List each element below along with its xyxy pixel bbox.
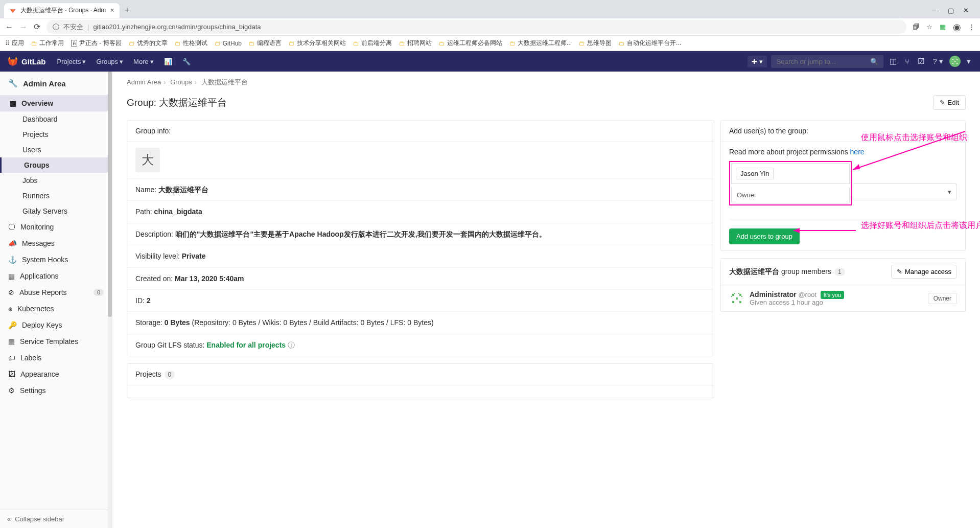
- apps-icon: ▦: [8, 272, 15, 280]
- user-avatar[interactable]: [949, 56, 961, 67]
- bookmark-item[interactable]: 🗀思维导图: [579, 39, 612, 48]
- bookmark-item[interactable]: 🗀招聘网站: [399, 39, 432, 48]
- bookmark-item[interactable]: 🗀运维工程师必备网站: [439, 39, 502, 48]
- sidebar-item-templates[interactable]: ▤Service Templates: [0, 333, 112, 350]
- sidebar-item-abuse[interactable]: ⊘Abuse Reports0: [0, 284, 112, 301]
- crumb-admin[interactable]: Admin Area: [127, 78, 161, 86]
- issues-icon[interactable]: ◫: [888, 57, 899, 66]
- minimize-icon[interactable]: —: [932, 7, 939, 14]
- profile-icon[interactable]: ◉: [953, 21, 961, 33]
- member-name[interactable]: Administrator: [750, 290, 797, 299]
- menu-icon[interactable]: ⋮: [968, 23, 975, 31]
- nav-more[interactable]: More ▾: [129, 56, 158, 67]
- bookmark-item[interactable]: 🗀性格测试: [175, 39, 207, 48]
- reload-button[interactable]: ⟳: [34, 22, 40, 32]
- bookmark-item[interactable]: 🄰 尹正杰 - 博客园: [71, 39, 122, 48]
- abuse-count-badge: 0: [94, 289, 104, 296]
- close-icon[interactable]: ×: [110, 6, 114, 14]
- browser-tab-strip: 大数据运维平台 · Groups · Adm × + — ▢ ✕: [0, 0, 980, 18]
- sidebar-item-monitoring[interactable]: 🖵Monitoring: [0, 219, 112, 235]
- edit-button[interactable]: ✎Edit: [933, 95, 966, 110]
- admin-wrench-icon[interactable]: 🔧: [178, 56, 195, 67]
- back-button[interactable]: ←: [5, 22, 13, 32]
- panel-header: Projects0: [127, 364, 714, 385]
- sidebar-scrollbar[interactable]: [108, 72, 112, 528]
- projects-count: 0: [165, 371, 175, 379]
- sidebar-overview[interactable]: ▦ Overview: [0, 95, 112, 111]
- pencil-icon: ✎: [897, 268, 902, 276]
- sidebar-item-groups[interactable]: Groups: [0, 157, 112, 173]
- sidebar-item-settings[interactable]: ⚙Settings: [0, 382, 112, 399]
- search-input[interactable]: [776, 58, 868, 65]
- add-users-panel: Add user(s) to the group: 使用鼠标点击选择账号和组织 …: [720, 120, 966, 251]
- crumb-groups[interactable]: Groups: [170, 78, 192, 86]
- bookmark-item[interactable]: 🗀工作常用: [31, 39, 64, 48]
- collapse-sidebar-button[interactable]: « Collapse sidebar: [0, 510, 112, 528]
- gitlab-logo[interactable]: GitLab: [7, 56, 46, 67]
- member-row: Administrator @root It's you Given acces…: [721, 285, 965, 311]
- new-tab-button[interactable]: +: [122, 5, 133, 16]
- bookmark-item[interactable]: 🗀前后端分离: [353, 39, 392, 48]
- extension-icon[interactable]: ▦: [940, 23, 946, 31]
- bookmark-item[interactable]: 🗀技术分享相关网站: [289, 39, 346, 48]
- sidebar-item-users[interactable]: Users: [0, 142, 112, 157]
- sidebar-item-applications[interactable]: ▦Applications: [0, 268, 112, 284]
- member-username: @root: [798, 291, 816, 299]
- sidebar-item-hooks[interactable]: ⚓System Hooks: [0, 251, 112, 268]
- insecure-icon: ⓘ: [53, 22, 59, 32]
- permissions-text: Read more about project permissions here: [729, 148, 957, 156]
- user-token[interactable]: Jason Yin: [736, 168, 774, 179]
- bookmark-item[interactable]: 🗀优秀的文章: [129, 39, 168, 48]
- sidebar-item-runners[interactable]: Runners: [0, 188, 112, 203]
- translate-icon[interactable]: 🗐: [913, 23, 919, 31]
- sidebar-item-appearance[interactable]: 🖼Appearance: [0, 366, 112, 382]
- bookmark-item[interactable]: 🗀大数据运维工程师...: [509, 39, 572, 48]
- sidebar-item-gitaly[interactable]: Gitaly Servers: [0, 203, 112, 219]
- role-select-full[interactable]: ▾: [853, 183, 957, 200]
- star-icon[interactable]: ☆: [926, 23, 932, 31]
- add-users-button[interactable]: Add users to group: [729, 228, 800, 244]
- breadcrumb: Admin Area› Groups› 大数据运维平台: [112, 72, 980, 93]
- search-box[interactable]: 🔍: [771, 55, 883, 68]
- sidebar-item-labels[interactable]: 🏷Labels: [0, 350, 112, 366]
- forward-button[interactable]: →: [19, 22, 28, 32]
- chevron-down-icon[interactable]: ▾: [965, 57, 973, 66]
- collapse-icon: «: [7, 515, 11, 523]
- create-new-button[interactable]: ✚ ▾: [748, 56, 767, 67]
- bookmark-item[interactable]: 🗀编程语言: [249, 39, 282, 48]
- url-bar[interactable]: ⓘ 不安全 | gitlab201.yinzhengjie.org.cn/adm…: [46, 20, 906, 34]
- members-panel: 大数据运维平台 group members1 ✎Manage access Ad…: [720, 258, 966, 312]
- bookmark-item[interactable]: 🗀GitHub: [215, 40, 242, 47]
- apps-shortcut[interactable]: ⠿ 应用: [5, 39, 24, 48]
- sidebar-item-deploy-keys[interactable]: 🔑Deploy Keys: [0, 317, 112, 333]
- activity-icon[interactable]: 📊: [160, 56, 176, 67]
- maximize-icon[interactable]: ▢: [948, 7, 954, 14]
- permissions-link[interactable]: here: [850, 148, 865, 156]
- todos-icon[interactable]: ☑: [916, 57, 926, 66]
- bookmark-item[interactable]: 🗀自动化运维平台开...: [619, 39, 681, 48]
- group-avatar: 大: [135, 148, 160, 172]
- sidebar-item-messages[interactable]: 📣Messages: [0, 235, 112, 251]
- help-icon[interactable]: ? ▾: [930, 57, 945, 66]
- svg-marker-2: [853, 164, 860, 170]
- sidebar-item-projects[interactable]: Projects: [0, 127, 112, 142]
- role-select[interactable]: Owner: [731, 187, 850, 203]
- chevron-down-icon: ▾: [82, 58, 86, 65]
- annotation-top: 使用鼠标点击选择账号和组织: [861, 132, 967, 143]
- user-select-input[interactable]: Jason Yin: [731, 163, 850, 184]
- sidebar-item-kubernetes[interactable]: ⎈Kubernetes: [0, 301, 112, 317]
- close-window-icon[interactable]: ✕: [963, 7, 969, 14]
- kubernetes-icon: ⎈: [8, 305, 12, 313]
- browser-tab[interactable]: 大数据运维平台 · Groups · Adm ×: [4, 3, 120, 18]
- nav-projects[interactable]: Projects ▾: [53, 56, 90, 67]
- group-info-panel: Group info: 大 Name: 大数据运维平台 Path: china_…: [127, 120, 714, 356]
- sidebar-title[interactable]: 🔧 Admin Area: [0, 72, 112, 95]
- manage-access-button[interactable]: ✎Manage access: [891, 265, 957, 279]
- help-icon[interactable]: ⓘ: [288, 341, 295, 349]
- chevron-down-icon: ▾: [948, 188, 951, 196]
- nav-groups[interactable]: Groups ▾: [92, 56, 127, 67]
- key-icon: 🔑: [8, 321, 17, 329]
- merge-requests-icon[interactable]: ⑂: [903, 57, 912, 66]
- sidebar-item-dashboard[interactable]: Dashboard: [0, 111, 112, 127]
- sidebar-item-jobs[interactable]: Jobs: [0, 173, 112, 188]
